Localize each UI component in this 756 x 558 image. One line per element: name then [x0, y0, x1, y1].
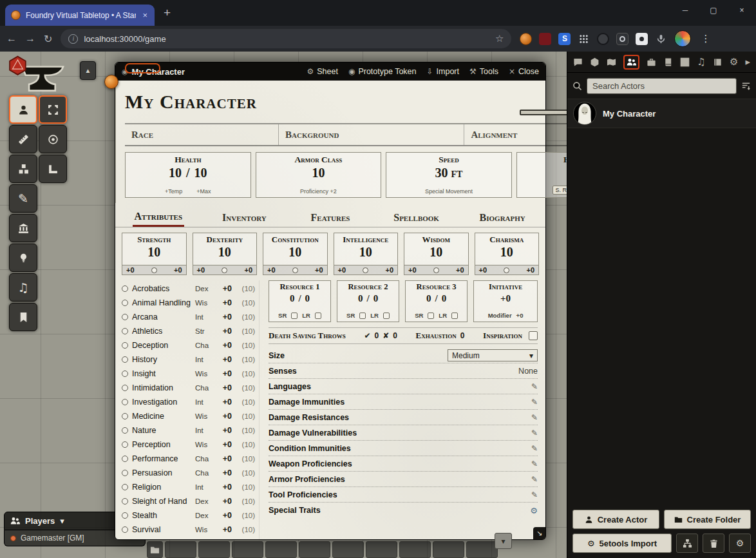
edit-icon[interactable]: ✎	[531, 490, 538, 499]
resource-current[interactable]: 0	[290, 293, 295, 304]
ability-save-mod[interactable]: +0	[126, 266, 135, 274]
sounds-layer-button[interactable]: ♫	[9, 273, 37, 302]
resource-max[interactable]: 0	[305, 293, 310, 304]
skill-proficiency-toggle[interactable]	[122, 512, 128, 519]
skill-proficiency-toggle[interactable]	[122, 484, 128, 490]
skill-proficiency-toggle[interactable]	[122, 385, 128, 391]
macro-slot[interactable]	[399, 541, 431, 558]
character-name[interactable]: My Character	[125, 84, 520, 119]
skill-row[interactable]: Deception Cha +0 (10)	[122, 338, 255, 352]
skill-proficiency-toggle[interactable]	[122, 456, 128, 462]
skill-row[interactable]: Acrobatics Dex +0 (10)	[122, 282, 255, 296]
resource-title[interactable]: Resource 3	[417, 281, 457, 292]
site-info-icon[interactable]: i	[68, 34, 78, 44]
skill-proficiency-toggle[interactable]	[122, 413, 128, 419]
skill-proficiency-toggle[interactable]	[122, 342, 128, 349]
skill-proficiency-toggle[interactable]	[122, 526, 128, 533]
lighting-layer-button[interactable]	[9, 244, 37, 272]
macro-folder-button[interactable]	[147, 541, 163, 558]
extension-icon[interactable]	[539, 33, 551, 45]
skill-proficiency-toggle[interactable]	[122, 328, 128, 334]
death-failure-count[interactable]: 0	[393, 331, 397, 340]
edit-icon[interactable]: ✎	[531, 413, 538, 422]
bookmark-star-icon[interactable]: ☆	[495, 33, 504, 44]
ability-check-mod[interactable]: +0	[526, 266, 534, 274]
select-tool-button[interactable]	[39, 95, 67, 124]
resource-current[interactable]: 0	[358, 293, 363, 304]
skill-row[interactable]: Nature Int +0 (10)	[122, 423, 255, 438]
save-proficiency-toggle[interactable]	[433, 267, 439, 273]
tools-button[interactable]: ⚒ Tools	[469, 67, 498, 76]
skill-proficiency-toggle[interactable]	[122, 314, 128, 320]
macro-slot[interactable]	[198, 541, 230, 558]
skill-row[interactable]: Intimidation Cha +0 (10)	[122, 381, 255, 395]
ability-score[interactable]: 10	[404, 245, 468, 265]
address-bar[interactable]: i localhost:30000/game ☆	[61, 29, 511, 48]
tab-tables[interactable]	[680, 57, 690, 67]
tiles-layer-button[interactable]	[9, 155, 37, 183]
size-select[interactable]: Medium▾	[448, 349, 538, 361]
ability-score[interactable]: 10	[334, 245, 398, 265]
ability-save-mod[interactable]: +0	[267, 266, 276, 274]
skill-proficiency-toggle[interactable]	[122, 300, 128, 306]
skill-row[interactable]: Stealth Dex +0 (10)	[122, 508, 255, 523]
skill-row[interactable]: Athletics Str +0 (10)	[122, 324, 255, 338]
save-proficiency-toggle[interactable]	[151, 267, 157, 273]
extension-icon[interactable]	[597, 33, 609, 45]
skill-proficiency-toggle[interactable]	[122, 427, 128, 434]
ability-save-mod[interactable]: +0	[338, 266, 346, 274]
token-layer-button[interactable]	[9, 95, 37, 124]
scroll-down-button[interactable]: ▾	[495, 533, 512, 549]
tab-features[interactable]: Features	[287, 209, 373, 226]
speed-value[interactable]: 30 ft	[435, 166, 463, 180]
tab-spellbook[interactable]: Spellbook	[373, 209, 460, 226]
hp-temp-label[interactable]: +Temp	[165, 188, 182, 195]
lr-checkbox[interactable]	[451, 313, 458, 319]
sidebar-collapse-button[interactable]: ▸	[745, 56, 750, 68]
senses-value[interactable]: None	[518, 367, 538, 376]
death-success-icon[interactable]: ✔	[364, 331, 370, 340]
tab-compendium[interactable]	[713, 57, 723, 67]
extension-icon[interactable]	[636, 33, 648, 45]
skill-row[interactable]: Perception Wis +0 (10)	[122, 438, 255, 452]
skill-row[interactable]: Performance Cha +0 (10)	[122, 452, 255, 466]
skill-row[interactable]: Investigation Int +0 (10)	[122, 395, 255, 409]
skill-row[interactable]: Medicine Wis +0 (10)	[122, 409, 255, 423]
ability-check-mod[interactable]: +0	[385, 266, 393, 274]
collapse-controls-button[interactable]: ▲	[80, 61, 96, 80]
ability-check-mod[interactable]: +0	[244, 266, 252, 274]
macro-slot[interactable]	[232, 541, 263, 558]
forward-icon[interactable]: →	[25, 33, 35, 44]
skill-proficiency-toggle[interactable]	[122, 470, 128, 476]
tab-biography[interactable]: Biography	[459, 209, 545, 226]
resource-current[interactable]: 0	[426, 293, 431, 304]
lr-checkbox[interactable]	[383, 313, 390, 319]
notes-layer-button[interactable]	[9, 303, 37, 331]
edit-icon[interactable]: ✎	[531, 475, 538, 484]
extension-icon[interactable]	[578, 33, 590, 45]
hp-current[interactable]: 10	[169, 166, 182, 180]
save-proficiency-toggle[interactable]	[292, 267, 298, 273]
skill-row[interactable]: Religion Int +0 (10)	[122, 480, 255, 494]
edit-icon[interactable]: ✎	[531, 444, 538, 453]
walls-layer-button[interactable]	[9, 214, 37, 242]
ability-save-mod[interactable]: +0	[197, 266, 205, 274]
resource-max[interactable]: 0	[373, 293, 379, 304]
tab-settings[interactable]: ⚙	[730, 56, 738, 68]
sr-checkbox[interactable]	[291, 313, 298, 319]
ability-save-mod[interactable]: +0	[479, 266, 487, 274]
death-failure-icon[interactable]: ✘	[383, 331, 389, 340]
hp-tempmax-label[interactable]: +Max	[196, 188, 211, 195]
5etools-import-button[interactable]: ⚙ 5etools Import	[572, 534, 672, 553]
folder-tree-button[interactable]	[676, 534, 698, 553]
ac-value[interactable]: 10	[312, 166, 325, 180]
race-input[interactable]	[158, 130, 272, 140]
skill-proficiency-toggle[interactable]	[122, 356, 128, 363]
macro-slot[interactable]	[299, 541, 330, 558]
tab-scenes[interactable]	[607, 57, 616, 67]
ability-save-mod[interactable]: +0	[408, 266, 417, 274]
resource-max[interactable]: 0	[442, 293, 447, 304]
initiative-value[interactable]: +0	[500, 293, 511, 304]
new-tab-button[interactable]: +	[164, 6, 171, 20]
target-tool-button[interactable]	[39, 125, 67, 153]
